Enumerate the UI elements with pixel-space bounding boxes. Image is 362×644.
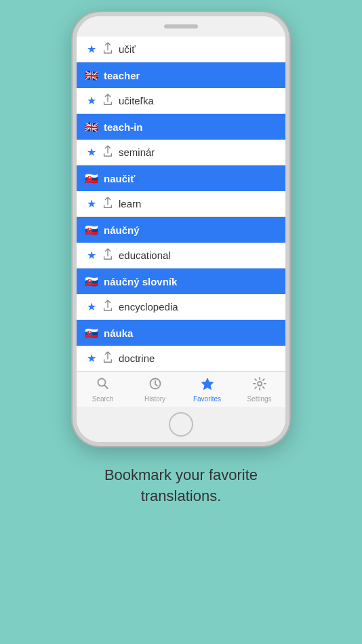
translation-label-naucnyslovnik: náučný slovník — [104, 276, 177, 287]
star-icon: ★ — [83, 300, 100, 313]
word-label-doctrine: doctrine — [119, 353, 155, 364]
list-row-ucitelka[interactable]: ★ učiteľka — [77, 88, 285, 114]
word-label-seminar: seminár — [119, 146, 155, 158]
word-label-ucit: učiť — [119, 43, 136, 55]
favorites-icon — [201, 377, 214, 394]
svg-point-4 — [258, 382, 262, 386]
tab-search[interactable]: Search — [77, 372, 129, 407]
list-row-ucit[interactable]: ★ učiť — [77, 37, 285, 62]
list-row-encyclopedia[interactable]: ★ encyclopedia — [77, 294, 285, 320]
svg-marker-3 — [201, 378, 213, 390]
share-icon[interactable] — [100, 351, 116, 365]
star-icon: ★ — [83, 197, 100, 210]
history-icon — [148, 377, 162, 394]
star-icon: ★ — [83, 43, 100, 56]
uk-flag-icon: 🇬🇧 — [83, 67, 100, 83]
list-row-naucny[interactable]: 🇸🇰náučný — [77, 217, 285, 243]
star-icon: ★ — [83, 94, 100, 107]
list-row-seminar[interactable]: ★ seminár — [77, 140, 285, 165]
star-icon: ★ — [83, 146, 100, 159]
list-row-naucnyslovnik[interactable]: 🇸🇰náučný slovník — [77, 268, 285, 294]
tab-settings[interactable]: Settings — [233, 372, 285, 407]
search-icon — [96, 377, 110, 394]
bottom-tagline: Bookmark your favoritetranslations. — [77, 465, 285, 507]
tab-history[interactable]: History — [129, 372, 181, 407]
settings-tab-label: Settings — [247, 395, 271, 403]
phone-screen: ★ učiť🇬🇧teacher★ učiteľka🇬🇧teach-in★ sem… — [77, 37, 285, 407]
translation-label-nauka: náuka — [104, 327, 133, 339]
list-row-teachin[interactable]: 🇬🇧teach-in — [77, 114, 285, 140]
translation-label-teachin: teach-in — [104, 121, 143, 133]
sk-flag-icon: 🇸🇰 — [83, 170, 100, 186]
word-label-learn: learn — [119, 198, 141, 209]
list-row-learn[interactable]: ★ learn — [77, 191, 285, 217]
share-icon[interactable] — [100, 197, 116, 211]
favorites-tab-label: Favorites — [193, 395, 221, 403]
search-tab-label: Search — [92, 395, 114, 403]
sk-flag-icon: 🇸🇰 — [83, 325, 100, 341]
phone-speaker — [164, 24, 198, 28]
home-button[interactable] — [169, 412, 193, 437]
list-row-doctrine[interactable]: ★ doctrine — [77, 346, 285, 371]
list-row-nauka[interactable]: 🇸🇰náuka — [77, 320, 285, 346]
star-icon: ★ — [83, 352, 100, 365]
word-label-ucitelka: učiteľka — [119, 95, 154, 106]
translation-label-teacher: teacher — [104, 70, 140, 81]
share-icon[interactable] — [100, 42, 116, 56]
history-tab-label: History — [144, 395, 165, 403]
phone-top — [77, 16, 285, 37]
phone-frame: ★ učiť🇬🇧teacher★ učiteľka🇬🇧teach-in★ sem… — [73, 12, 289, 446]
svg-line-1 — [104, 385, 108, 388]
translation-label-naucny: náučný — [104, 224, 140, 236]
sk-flag-icon: 🇸🇰 — [83, 273, 100, 289]
share-icon[interactable] — [100, 145, 116, 159]
translation-list: ★ učiť🇬🇧teacher★ učiteľka🇬🇧teach-in★ sem… — [77, 37, 285, 371]
list-row-naucit[interactable]: 🇸🇰naučiť — [77, 165, 285, 191]
sk-flag-icon: 🇸🇰 — [83, 222, 100, 238]
settings-icon — [253, 377, 266, 394]
svg-point-0 — [98, 378, 105, 386]
translation-label-naucit: naučiť — [104, 173, 135, 184]
phone-bottom — [77, 407, 285, 442]
word-label-educational: educational — [119, 249, 171, 261]
share-icon[interactable] — [100, 94, 116, 108]
star-icon: ★ — [83, 249, 100, 262]
tab-favorites[interactable]: Favorites — [181, 372, 233, 407]
uk-flag-icon: 🇬🇧 — [83, 119, 100, 135]
list-row-educational[interactable]: ★ educational — [77, 243, 285, 268]
list-row-teacher[interactable]: 🇬🇧teacher — [77, 62, 285, 88]
word-label-encyclopedia: encyclopedia — [119, 301, 178, 313]
share-icon[interactable] — [100, 300, 116, 314]
tab-bar: Search History Favorites Settings — [77, 371, 285, 407]
share-icon[interactable] — [100, 248, 116, 262]
